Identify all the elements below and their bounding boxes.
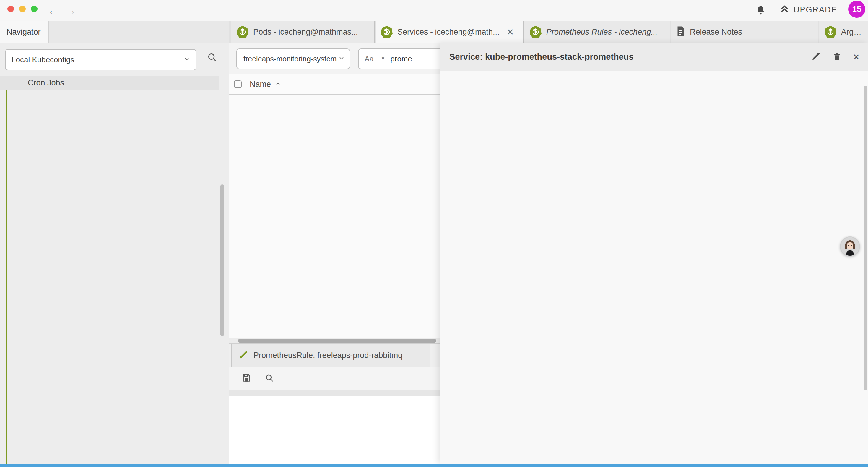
tab-label: Pods - icecheng@mathmas... [253, 28, 358, 37]
bell-icon[interactable] [756, 5, 765, 17]
namespace-select[interactable]: freeleaps-monitoring-system [236, 49, 350, 69]
kubernetes-icon [237, 26, 248, 38]
kubernetes-icon [381, 26, 393, 38]
service-details-drawer: Service: kube-prometheus-stack-prometheu… [440, 43, 868, 464]
document-icon [676, 26, 685, 38]
divider [258, 372, 258, 385]
close-icon[interactable]: × [853, 51, 860, 63]
column-header-name[interactable]: Name [250, 74, 281, 95]
sidebar-item-label: Cron Jobs [28, 78, 64, 87]
window-tab-5[interactable]: Argo Se [819, 21, 868, 43]
match-case-icon[interactable]: Aa [365, 55, 374, 63]
sidebar-search-icon[interactable] [207, 52, 217, 63]
navigator-sidebar: Local Kubeconfigs Cron Jobs [0, 43, 229, 467]
back-icon[interactable]: ← [46, 3, 61, 18]
namespace-select-value: freeleaps-monitoring-system [243, 55, 338, 63]
tab-label: Prometheus Rules - icecheng... [546, 28, 658, 37]
save-icon[interactable] [241, 373, 251, 384]
upgrade-label: UPGRADE [794, 5, 837, 14]
kubeconfig-select[interactable]: Local Kubeconfigs [5, 49, 196, 70]
window-tab-2[interactable]: Services - icecheng@math...✕ [375, 21, 524, 43]
app-window: ← → UPGRADE 15 Navigator Pods - icecheng… [0, 0, 868, 467]
divider [247, 78, 247, 90]
tab-navigator[interactable]: Navigator [0, 21, 49, 43]
regex-icon[interactable]: .* [380, 55, 385, 63]
tree-guide-line [13, 104, 14, 274]
sort-ascending-icon [275, 80, 281, 89]
tab-strip: Navigator Pods - icecheng@mathmas...Serv… [0, 21, 868, 43]
edit-pencil-icon [239, 350, 248, 361]
drawer-body [440, 71, 868, 464]
close-tab-icon[interactable]: ✕ [507, 27, 514, 37]
drawer-header: Service: kube-prometheus-stack-prometheu… [440, 43, 868, 71]
tree-guide-line [13, 289, 14, 374]
select-all-checkbox[interactable] [234, 80, 242, 88]
window-tab-1[interactable]: Pods - icecheng@mathmas... [231, 21, 375, 43]
search-value: prome [390, 54, 412, 63]
sidebar-scrollbar[interactable] [220, 184, 224, 337]
upgrade-button[interactable]: UPGRADE [779, 4, 837, 16]
cluster-accent-line [6, 76, 7, 467]
navigator-tab-strip: Navigator [0, 21, 229, 43]
drawer-title: Service: kube-prometheus-stack-prometheu… [450, 52, 800, 62]
sidebar-item-cron-jobs[interactable]: Cron Jobs [0, 76, 219, 90]
indent-guide [278, 429, 278, 464]
trash-icon[interactable] [833, 52, 841, 62]
notifications-badge[interactable]: 15 [848, 1, 865, 18]
divider [0, 75, 229, 76]
scrollbar-thumb[interactable] [238, 339, 436, 343]
titlebar: ← → UPGRADE 15 [0, 0, 868, 21]
user-avatar[interactable] [840, 236, 860, 257]
kubernetes-icon [825, 26, 836, 38]
indent-guide [287, 429, 287, 464]
forward-icon[interactable]: → [64, 3, 78, 18]
window-tab-3[interactable]: Prometheus Rules - icecheng... [524, 21, 670, 43]
tab-label: Argo Se [841, 28, 862, 37]
close-window-button[interactable] [7, 6, 14, 12]
maximize-window-button[interactable] [31, 6, 37, 12]
chevron-down-icon [338, 55, 345, 63]
window-tab-4[interactable]: Release Notes [671, 21, 818, 43]
edit-pencil-icon[interactable] [811, 52, 821, 62]
navigator-tree: Cron Jobs [0, 76, 229, 467]
kubernetes-icon [530, 26, 541, 38]
drawer-scrollbar[interactable] [864, 86, 867, 390]
upgrade-icon [779, 4, 789, 16]
kubeconfig-select-value: Local Kubeconfigs [11, 55, 183, 64]
tab-label: Services - icecheng@math... [397, 28, 500, 37]
tab-label: Release Notes [690, 28, 742, 37]
chevron-down-icon [183, 56, 190, 63]
editor-search-icon[interactable] [265, 373, 274, 383]
dock-tab-prometheusrule[interactable]: PrometheusRule: freeleaps-prod-rabbitmq [231, 344, 430, 367]
window-bottom-accent-bar [0, 464, 868, 467]
minimize-window-button[interactable] [19, 6, 26, 12]
